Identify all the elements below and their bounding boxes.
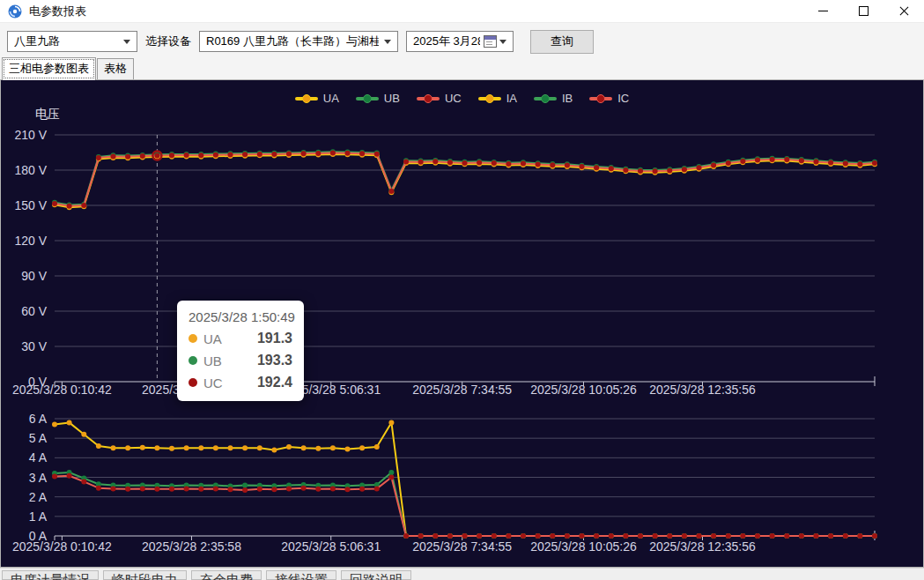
data-point-IC[interactable] [638, 533, 643, 539]
data-point-UC[interactable] [828, 160, 833, 166]
data-point-UC[interactable] [213, 152, 218, 158]
legend-item-IA[interactable]: IA [478, 92, 517, 105]
data-point-UC[interactable] [403, 160, 409, 165]
data-point-IA[interactable] [228, 445, 233, 450]
data-point-IC[interactable] [755, 533, 760, 539]
data-point-IC[interactable] [447, 533, 453, 539]
tab-three-phase-chart[interactable]: 三相电参数图表 [2, 57, 96, 80]
data-point-IB[interactable] [388, 470, 394, 475]
data-point-IA[interactable] [301, 445, 307, 450]
legend-item-UB[interactable]: UB [356, 92, 400, 105]
data-point-IC[interactable] [799, 533, 804, 539]
data-point-IC[interactable] [388, 475, 394, 480]
data-point-IA[interactable] [169, 446, 174, 451]
data-point-UC[interactable] [623, 167, 628, 173]
data-point-UC[interactable] [169, 152, 174, 158]
data-point-IA[interactable] [198, 445, 203, 450]
data-point-UC[interactable] [67, 204, 72, 209]
data-point-IC[interactable] [623, 533, 628, 539]
data-point-UC[interactable] [638, 168, 643, 174]
data-point-IC[interactable] [345, 487, 351, 492]
data-point-UC[interactable] [447, 160, 453, 165]
data-point-IC[interactable] [81, 479, 86, 484]
data-point-UC[interactable] [740, 159, 745, 164]
data-point-UC[interactable] [667, 168, 672, 174]
data-point-IC[interactable] [257, 487, 262, 492]
data-point-UC[interactable] [872, 160, 877, 166]
data-point-IC[interactable] [140, 486, 145, 491]
data-point-UC[interactable] [242, 152, 248, 157]
data-point-UC[interactable] [154, 153, 159, 159]
data-point-UC[interactable] [271, 152, 277, 157]
data-point-IC[interactable] [857, 533, 862, 539]
data-point-IC[interactable] [154, 487, 159, 492]
data-point-UC[interactable] [726, 160, 731, 166]
data-point-IA[interactable] [213, 445, 218, 450]
data-point-IC[interactable] [315, 487, 321, 492]
minimize-button[interactable] [802, 0, 843, 22]
data-point-IC[interactable] [462, 533, 468, 539]
data-point-UC[interactable] [228, 152, 233, 158]
close-button[interactable] [883, 0, 924, 22]
data-point-IC[interactable] [111, 486, 116, 491]
data-point-IC[interactable] [432, 533, 438, 539]
legend-item-UC[interactable]: UC [417, 92, 462, 105]
data-point-IC[interactable] [271, 487, 277, 492]
data-point-IC[interactable] [67, 473, 72, 479]
data-point-IA[interactable] [67, 420, 72, 425]
data-point-IC[interactable] [330, 486, 336, 491]
data-point-UC[interactable] [301, 151, 307, 156]
data-point-IC[interactable] [726, 533, 731, 539]
data-point-IA[interactable] [96, 443, 101, 449]
data-point-UC[interactable] [315, 151, 321, 156]
data-point-UC[interactable] [418, 160, 424, 165]
data-point-UC[interactable] [799, 158, 804, 163]
data-point-IC[interactable] [301, 486, 307, 491]
data-point-IC[interactable] [550, 533, 555, 539]
data-point-IA[interactable] [257, 445, 262, 450]
data-point-UC[interactable] [257, 152, 262, 157]
data-point-UC[interactable] [594, 165, 599, 170]
data-point-IC[interactable] [169, 487, 174, 492]
data-point-IC[interactable] [653, 533, 658, 539]
data-point-UC[interactable] [125, 154, 130, 160]
data-point-IC[interactable] [521, 533, 526, 539]
data-point-UC[interactable] [462, 160, 468, 166]
data-point-IC[interactable] [843, 533, 848, 539]
data-point-IC[interactable] [609, 533, 614, 539]
data-point-UC[interactable] [96, 155, 101, 160]
data-point-IA[interactable] [140, 445, 145, 450]
data-point-IC[interactable] [96, 486, 101, 491]
data-point-UC[interactable] [843, 161, 848, 167]
data-point-UC[interactable] [492, 160, 497, 166]
data-point-UC[interactable] [140, 153, 145, 159]
tab-table[interactable]: 表格 [97, 58, 134, 79]
data-point-IC[interactable] [682, 533, 687, 539]
data-point-UC[interactable] [432, 159, 438, 164]
data-point-IC[interactable] [184, 486, 189, 491]
date-picker[interactable]: 2025年 3月28日 [406, 31, 514, 52]
data-point-IA[interactable] [242, 445, 248, 450]
data-point-IC[interactable] [594, 533, 599, 539]
data-point-UC[interactable] [330, 151, 336, 156]
data-point-IA[interactable] [154, 445, 159, 450]
data-point-IC[interactable] [492, 533, 497, 539]
data-point-UC[interactable] [697, 165, 702, 170]
data-point-UC[interactable] [565, 163, 570, 168]
data-point-IA[interactable] [81, 432, 86, 437]
data-point-IC[interactable] [784, 533, 789, 539]
legend-item-UA[interactable]: UA [295, 92, 339, 105]
data-point-UC[interactable] [477, 160, 482, 166]
data-point-IA[interactable] [388, 420, 394, 425]
data-point-IA[interactable] [52, 422, 57, 428]
data-point-IC[interactable] [213, 486, 218, 491]
data-point-UC[interactable] [536, 162, 541, 167]
data-point-UC[interactable] [506, 161, 511, 167]
data-point-IA[interactable] [330, 445, 336, 450]
data-point-IC[interactable] [667, 533, 672, 539]
data-point-UC[interactable] [550, 162, 555, 167]
data-point-UC[interactable] [374, 152, 380, 157]
data-point-IC[interactable] [125, 487, 130, 492]
data-point-IA[interactable] [125, 445, 130, 450]
data-point-IC[interactable] [477, 533, 482, 539]
